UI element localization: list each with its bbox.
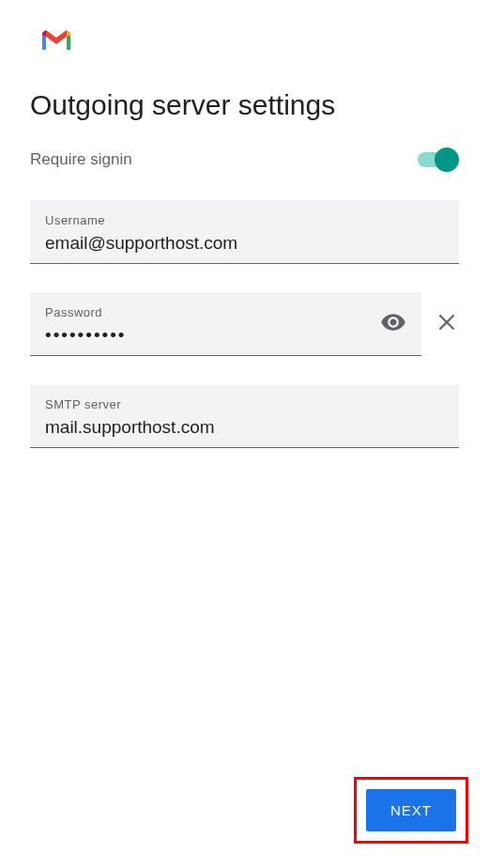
password-field[interactable]: Password <box>30 292 421 356</box>
gmail-logo <box>39 26 489 56</box>
clear-icon[interactable] <box>435 310 459 338</box>
password-input[interactable] <box>45 325 369 346</box>
show-password-icon[interactable] <box>380 309 406 339</box>
smtp-input[interactable] <box>45 417 444 438</box>
password-label: Password <box>45 305 406 319</box>
next-button[interactable]: NEXT <box>366 789 456 831</box>
username-label: Username <box>45 213 444 227</box>
username-field[interactable]: Username <box>30 200 459 264</box>
require-signin-label: Require signin <box>30 150 132 169</box>
next-button-highlight: NEXT <box>354 777 468 844</box>
page-title: Outgoing server settings <box>30 89 489 121</box>
require-signin-toggle[interactable] <box>418 147 459 172</box>
username-input[interactable] <box>45 233 444 254</box>
smtp-field[interactable]: SMTP server <box>30 384 459 448</box>
smtp-label: SMTP server <box>45 397 444 411</box>
